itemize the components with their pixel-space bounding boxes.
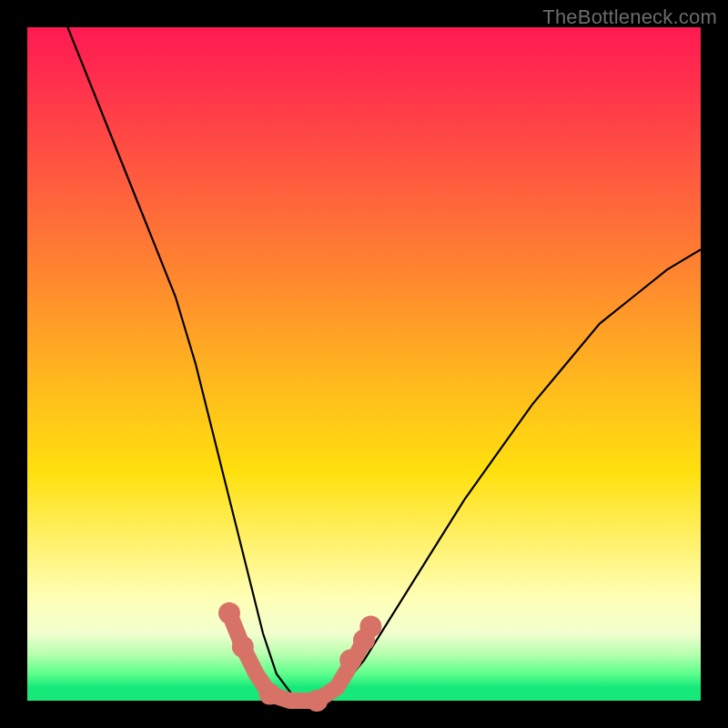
highlight-dot (306, 690, 328, 712)
watermark-text: TheBottleneck.com (542, 5, 717, 29)
curve-layer (27, 27, 701, 701)
highlight-dot (339, 650, 361, 672)
highlight-dot (218, 602, 240, 624)
highlight-dot (258, 683, 280, 705)
highlight-dot (232, 636, 254, 658)
chart-frame: TheBottleneck.com (0, 0, 728, 728)
highlight-dot (359, 616, 381, 638)
plot-area (27, 27, 701, 701)
bottleneck-curve (67, 27, 701, 701)
